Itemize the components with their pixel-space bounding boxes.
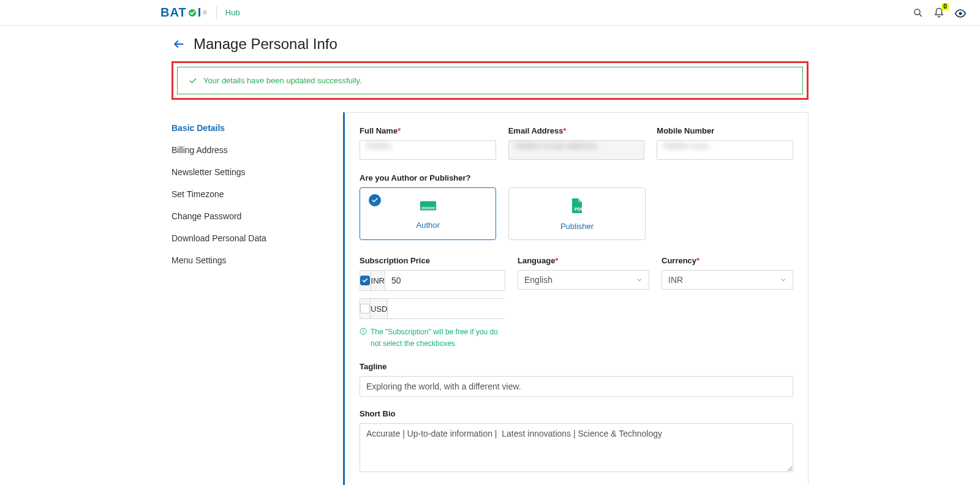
- settings-sidebar: Basic Details Billing Address Newsletter…: [172, 112, 343, 271]
- sidebar-item-menu-settings[interactable]: Menu Settings: [172, 249, 343, 271]
- theme-icon[interactable]: [954, 7, 965, 18]
- sidebar-item-basic-details[interactable]: Basic Details: [172, 117, 343, 139]
- currency-select[interactable]: INR: [662, 270, 793, 290]
- group-email: Email Address* hidden-email-address: [508, 126, 645, 160]
- sidebar-item-label: Menu Settings: [172, 255, 227, 265]
- role-label: Are you Author or Publisher?: [360, 173, 793, 182]
- sub-price-label: Subscription Price: [360, 256, 505, 265]
- top-bar: BAT I® Hub 0: [0, 0, 980, 26]
- sidebar-item-label: Download Personal Data: [172, 233, 266, 243]
- leaf-icon: [187, 7, 198, 18]
- svg-point-10: [363, 329, 364, 330]
- price-inr-currency: INR: [371, 271, 385, 290]
- author-card-icon: [419, 198, 437, 213]
- currency-select-wrap: INR: [662, 270, 793, 290]
- language-label: Language*: [518, 256, 649, 265]
- svg-text:PDF: PDF: [575, 207, 584, 211]
- sidebar-item-label: Set Timezone: [172, 189, 224, 199]
- info-icon: [360, 328, 367, 350]
- sidebar-item-change-password[interactable]: Change Password: [172, 205, 343, 227]
- page-title-row: Manage Personal Info: [172, 36, 809, 53]
- back-arrow-icon[interactable]: [172, 38, 186, 50]
- price-usd-input[interactable]: [388, 299, 507, 318]
- logo-registered: ®: [203, 10, 208, 16]
- price-inr-input[interactable]: [385, 271, 505, 290]
- page-title: Manage Personal Info: [194, 36, 337, 53]
- sidebar-item-label: Basic Details: [172, 123, 225, 133]
- content-columns: Basic Details Billing Address Newsletter…: [172, 112, 809, 485]
- svg-point-1: [914, 9, 920, 15]
- logo[interactable]: BAT I®: [160, 6, 208, 20]
- sidebar-item-download-data[interactable]: Download Personal Data: [172, 227, 343, 249]
- search-icon[interactable]: [913, 7, 924, 18]
- hint-text: The "Subscription" will be free if you d…: [371, 326, 500, 350]
- sidebar-item-billing-address[interactable]: Billing Address: [172, 139, 343, 161]
- group-language: Language* English: [518, 256, 649, 350]
- role-row: Author PDF Publisher: [360, 187, 793, 240]
- role-author-label: Author: [417, 220, 440, 230]
- language-select[interactable]: English: [518, 270, 649, 290]
- role-selected-check-icon: [369, 194, 381, 206]
- hub-label[interactable]: Hub: [225, 8, 240, 17]
- bell-icon[interactable]: 0: [933, 7, 944, 18]
- publisher-pdf-icon: PDF: [569, 197, 585, 214]
- sidebar-item-label: Change Password: [172, 211, 241, 221]
- role-author-card[interactable]: Author: [360, 187, 496, 240]
- sidebar-item-label: Newsletter Settings: [172, 167, 246, 177]
- success-banner: Your details have been updated successfu…: [177, 67, 803, 94]
- tagline-input[interactable]: [360, 376, 793, 397]
- vertical-divider: [216, 6, 217, 20]
- success-message: Your details have been updated successfu…: [203, 76, 362, 85]
- mobile-label: Mobile Number: [657, 126, 793, 135]
- price-inr-checkbox-wrap: [360, 271, 371, 290]
- full-name-label: Full Name*: [360, 126, 496, 135]
- top-actions: 0: [913, 7, 965, 18]
- price-usd-checkbox-wrap: [360, 299, 371, 318]
- logo-text-1: BAT: [160, 6, 187, 20]
- price-usd-checkbox[interactable]: [360, 304, 370, 314]
- group-currency: Currency* INR: [662, 256, 793, 350]
- tagline-label: Tagline: [360, 362, 793, 371]
- email-input[interactable]: hidden-email-address: [508, 140, 645, 160]
- language-select-wrap: English: [518, 270, 649, 290]
- logo-text-2: I: [198, 6, 202, 20]
- group-mobile: Mobile Number hidden-num: [657, 126, 793, 160]
- price-row-usd: USD: [360, 298, 505, 319]
- svg-line-2: [919, 14, 922, 17]
- sidebar-item-newsletter-settings[interactable]: Newsletter Settings: [172, 161, 343, 183]
- email-label: Email Address*: [508, 126, 645, 135]
- role-publisher-label: Publisher: [560, 222, 594, 231]
- main-panel: Full Name* hidden Email Address* hidden-…: [343, 112, 809, 485]
- sidebar-item-label: Billing Address: [172, 145, 228, 155]
- sidebar-item-set-timezone[interactable]: Set Timezone: [172, 183, 343, 205]
- check-icon: [189, 77, 197, 85]
- price-inr-checkbox[interactable]: [360, 276, 370, 285]
- group-tagline: Tagline: [360, 362, 793, 397]
- notification-badge: 0: [941, 3, 949, 10]
- brand-row: BAT I® Hub: [160, 0, 240, 25]
- full-name-input[interactable]: hidden: [360, 140, 496, 160]
- subscription-hint: The "Subscription" will be free if you d…: [360, 326, 500, 350]
- group-full-name: Full Name* hidden: [360, 126, 496, 160]
- svg-rect-6: [421, 206, 435, 209]
- group-subscription-price: Subscription Price INR: [360, 256, 505, 350]
- svg-point-3: [959, 12, 962, 15]
- bio-label: Short Bio: [360, 409, 793, 418]
- row-name-email-mobile: Full Name* hidden Email Address* hidden-…: [360, 126, 793, 160]
- page-wrap: Manage Personal Info Your details have b…: [172, 26, 809, 485]
- role-publisher-card[interactable]: PDF Publisher: [508, 187, 645, 240]
- price-row-inr: INR: [360, 270, 505, 291]
- row-sub-lang-curr: Subscription Price INR: [360, 256, 793, 350]
- bio-textarea[interactable]: [360, 423, 793, 472]
- price-usd-currency: USD: [371, 299, 388, 318]
- mobile-input[interactable]: hidden-num: [657, 140, 793, 160]
- highlight-box: Your details have been updated successfu…: [172, 61, 809, 100]
- currency-label: Currency*: [662, 256, 793, 265]
- group-bio: Short Bio: [360, 409, 793, 474]
